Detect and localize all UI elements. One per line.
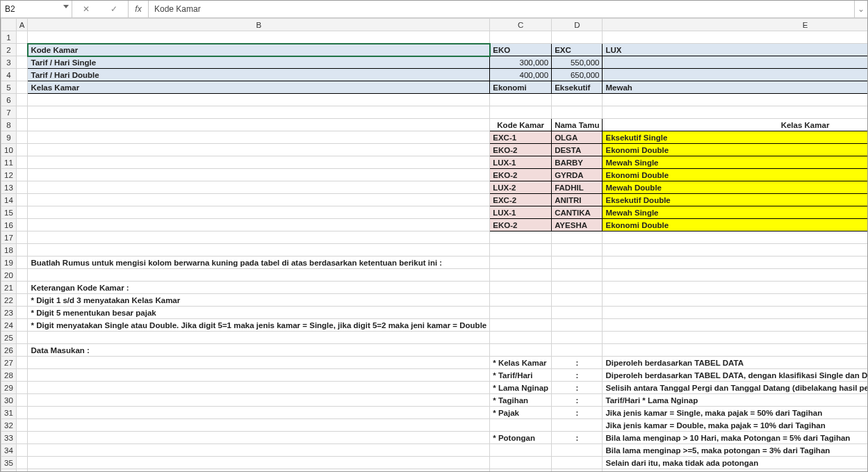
select-all-corner[interactable]	[1, 19, 17, 31]
cell-C23[interactable]	[490, 307, 552, 319]
cell-C5[interactable]: Ekonomi	[490, 81, 552, 94]
cell-B15[interactable]	[28, 206, 490, 219]
row-header-16[interactable]: 16	[1, 219, 17, 231]
cell-A26[interactable]	[16, 344, 28, 357]
cancel-icon[interactable]: ✕	[83, 4, 90, 14]
cell-D33[interactable]: :	[552, 432, 603, 444]
cell-A31[interactable]	[16, 407, 28, 419]
cell-C35[interactable]	[490, 457, 552, 469]
cell-C7[interactable]	[490, 106, 552, 119]
row-header-35[interactable]: 35	[1, 457, 17, 469]
cell-A36[interactable]	[16, 469, 28, 472]
formula-input[interactable]: Kode Kamar	[149, 1, 854, 17]
cell-B2[interactable]: Kode Kamar	[28, 44, 490, 56]
cell-E25[interactable]	[603, 332, 867, 344]
cell-E20[interactable]	[603, 269, 867, 282]
cell-B17[interactable]	[28, 231, 490, 244]
cell-B21[interactable]: Keterangan Kode Kamar :	[28, 282, 490, 294]
col-header-E[interactable]: E	[603, 19, 867, 31]
cell-A12[interactable]	[16, 169, 28, 181]
row-header-12[interactable]: 12	[1, 169, 17, 181]
cell-D13[interactable]: FADHIL	[552, 181, 603, 194]
row-header-18[interactable]: 18	[1, 244, 17, 257]
cell-A7[interactable]	[16, 106, 28, 119]
cell-E1[interactable]	[603, 31, 867, 44]
cell-C27[interactable]: * Kelas Kamar	[490, 357, 552, 369]
cell-D26[interactable]	[552, 344, 603, 357]
cell-E21[interactable]	[603, 282, 867, 294]
cell-E8[interactable]: Kelas Kamar	[603, 119, 867, 131]
cell-B22[interactable]: * Digit 1 s/d 3 menyatakan Kelas Kamar	[28, 294, 490, 307]
cell-E29[interactable]: Selisih antara Tanggal Pergi dan Tanggal…	[603, 382, 867, 394]
cell-A10[interactable]	[16, 144, 28, 156]
cell-E35[interactable]: Selain dari itu, maka tidak ada potongan	[603, 457, 867, 469]
row-header-31[interactable]: 31	[1, 407, 17, 419]
cell-B31[interactable]	[28, 407, 490, 419]
cell-A2[interactable]	[16, 44, 28, 56]
cell-B11[interactable]	[28, 156, 490, 169]
row-header-17[interactable]: 17	[1, 231, 17, 244]
cell-C13[interactable]: LUX-2	[490, 181, 552, 194]
cell-E27[interactable]: Diperoleh berdasarkan TABEL DATA	[603, 357, 867, 369]
cell-D6[interactable]	[552, 94, 603, 106]
row-header-13[interactable]: 13	[1, 181, 17, 194]
cell-A5[interactable]	[16, 81, 28, 94]
cell-C14[interactable]: EXC-2	[490, 194, 552, 206]
row-header-30[interactable]: 30	[1, 394, 17, 407]
cell-D16[interactable]: AYESHA	[552, 219, 603, 231]
cell-B16[interactable]	[28, 219, 490, 231]
cell-A30[interactable]	[16, 394, 28, 407]
cell-D7[interactable]	[552, 106, 603, 119]
cell-E24[interactable]	[603, 319, 867, 332]
cell-D15[interactable]: CANTIKA	[552, 206, 603, 219]
cell-A13[interactable]	[16, 181, 28, 194]
cell-A1[interactable]	[16, 31, 28, 44]
row-header-33[interactable]: 33	[1, 432, 17, 444]
cell-A25[interactable]	[16, 332, 28, 344]
cell-E5[interactable]: Mewah	[603, 81, 867, 94]
cell-C16[interactable]: EKO-2	[490, 219, 552, 231]
cell-A19[interactable]	[16, 257, 28, 269]
cell-B12[interactable]	[28, 169, 490, 181]
cell-D12[interactable]: GYRDA	[552, 169, 603, 181]
cell-C8[interactable]: Kode Kamar	[490, 119, 552, 131]
cell-D11[interactable]: BARBY	[552, 156, 603, 169]
cell-B9[interactable]	[28, 131, 490, 144]
cell-B27[interactable]	[28, 357, 490, 369]
cell-B33[interactable]	[28, 432, 490, 444]
cell-E18[interactable]	[603, 244, 867, 257]
cell-C34[interactable]	[490, 444, 552, 457]
cell-C28[interactable]: * Tarif/Hari	[490, 369, 552, 382]
cell-B28[interactable]	[28, 369, 490, 382]
cell-B4[interactable]: Tarif / Hari Double	[28, 69, 490, 81]
cell-D20[interactable]	[552, 269, 603, 282]
cell-B8[interactable]	[28, 119, 490, 131]
cell-C15[interactable]: LUX-1	[490, 206, 552, 219]
cell-A14[interactable]	[16, 194, 28, 206]
row-header-20[interactable]: 20	[1, 269, 17, 282]
cell-D5[interactable]: Eksekutif	[552, 81, 603, 94]
cell-A8[interactable]	[16, 119, 28, 131]
cell-E16[interactable]: Ekonomi Double	[603, 219, 867, 231]
cell-D34[interactable]	[552, 444, 603, 457]
row-header-36[interactable]: 36	[1, 469, 17, 472]
cell-E12[interactable]: Ekonomi Double	[603, 169, 867, 181]
row-header-1[interactable]: 1	[1, 31, 17, 44]
cell-C6[interactable]	[490, 94, 552, 106]
cell-E34[interactable]: Bila lama menginap >=5, maka potongan = …	[603, 444, 867, 457]
cell-D18[interactable]	[552, 244, 603, 257]
cell-E14[interactable]: Eksekutif Double	[603, 194, 867, 206]
cell-A27[interactable]	[16, 357, 28, 369]
cell-C21[interactable]	[490, 282, 552, 294]
cell-B13[interactable]	[28, 181, 490, 194]
row-header-11[interactable]: 11	[1, 156, 17, 169]
cell-E33[interactable]: Bila lama menginap > 10 Hari, maka Poton…	[603, 432, 867, 444]
cell-C31[interactable]: * Pajak	[490, 407, 552, 419]
cell-A3[interactable]	[16, 56, 28, 69]
cell-C12[interactable]: EKO-2	[490, 169, 552, 181]
cell-B3[interactable]: Tarif / Hari Single	[28, 56, 490, 69]
cell-A15[interactable]	[16, 206, 28, 219]
col-header-A[interactable]: A	[16, 19, 28, 31]
cell-C9[interactable]: EXC-1	[490, 131, 552, 144]
cell-E4[interactable]: 900,000	[603, 69, 867, 81]
